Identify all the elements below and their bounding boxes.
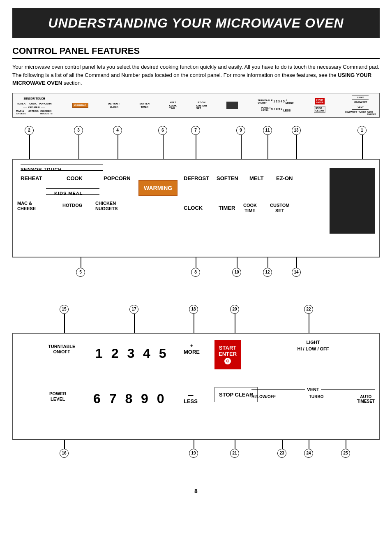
- mini-sensor-touch-group: SENSOR TOUCH REHEAT COOK POPCORN KIDS ME…: [16, 96, 53, 115]
- page-number: 8: [0, 488, 392, 494]
- mini-start-stop-group: STARTENTER STOPCLEAR: [314, 98, 326, 113]
- ez-on-label: EZ-ON: [276, 175, 293, 181]
- line-4: [118, 135, 118, 160]
- section-title: CONTROL PANEL FEATURES: [12, 46, 380, 59]
- callout-3: 3: [74, 126, 83, 135]
- custom-set-label: CUSTOMSET: [270, 203, 289, 213]
- melt-label: MELT: [249, 175, 263, 181]
- mini-warming-group: WARMING: [72, 103, 89, 108]
- callout-25: 25: [341, 449, 350, 458]
- callout-1: 1: [357, 126, 367, 135]
- cook-time-label: COOKTIME: [243, 203, 257, 213]
- start-enter-button[interactable]: STARTENTER⊙: [214, 340, 241, 369]
- mini-soften-group: SOFTEN TIMER: [140, 102, 150, 108]
- page-title: UNDERSTANDING YOUR MICROWAVE OVEN: [25, 16, 367, 31]
- line-20: [235, 314, 235, 334]
- intro-text-part1: Your microwave oven control panel lets y…: [12, 64, 379, 78]
- callout-21: 21: [230, 449, 239, 458]
- mini-melt-group: MELT COOKTIME: [169, 101, 177, 109]
- more-label: +MORE: [184, 343, 200, 355]
- upper-panel-box: SENSOR TOUCH REHEAT COOK POPCORN KIDS ME…: [12, 159, 380, 257]
- intro-text: Your microwave oven control panel lets y…: [12, 63, 380, 87]
- chicken-nuggets-label: CHICKENNUGGETS: [95, 201, 118, 211]
- line-5: [81, 257, 81, 268]
- line-9: [241, 135, 242, 160]
- callout-22: 22: [304, 305, 313, 314]
- callout-9: 9: [236, 126, 245, 135]
- callout-8: 8: [191, 268, 200, 277]
- callout-14: 14: [292, 268, 301, 277]
- mini-ezon-group: EZ-ON CUSTOMSET: [196, 101, 207, 109]
- line-13: [296, 135, 297, 160]
- callout-11: 11: [263, 126, 272, 135]
- line-17: [134, 314, 135, 334]
- line-3: [78, 135, 79, 160]
- callout-6: 6: [158, 126, 167, 135]
- kids-meal-line-bot: [46, 194, 99, 195]
- callout-12: 12: [263, 268, 272, 277]
- power-level-label: POWERLEVEL: [49, 391, 67, 402]
- callout-4: 4: [113, 126, 122, 135]
- line-7: [196, 135, 196, 160]
- lower-panel-box: TURNTABLEON/OFF POWERLEVEL 1 2 3 4 5 6 7…: [12, 333, 380, 440]
- defrost-label: DEFROST: [184, 175, 209, 181]
- line-18: [194, 314, 194, 334]
- timer-label: TIMER: [219, 205, 235, 211]
- line-6: [163, 135, 164, 160]
- line-24: [309, 440, 309, 449]
- line-16: [64, 440, 65, 449]
- mini-black-area: [226, 102, 238, 109]
- mini-right-group: LIGHT HI/LOW/OFF VENT HI/LOW/OFF TURBO A…: [345, 95, 376, 116]
- callout-17: 17: [129, 305, 138, 314]
- kids-meal-line-top: [46, 188, 99, 189]
- header-banner: UNDERSTANDING YOUR MICROWAVE OVEN: [12, 8, 380, 38]
- kids-meal-label: KIDS MEAL: [54, 191, 83, 196]
- line-23: [282, 440, 283, 449]
- line-2: [29, 135, 30, 160]
- callout-24: 24: [304, 449, 313, 458]
- warming-button[interactable]: WARMING: [138, 180, 178, 196]
- upper-diagram: 2 3 4 6 7 9 11 13 1 SENSOR TOUCH REHEAT …: [12, 122, 380, 295]
- callout-10: 10: [232, 268, 241, 277]
- mini-defrost-group: DEFROST CLOCK: [108, 102, 120, 108]
- light-section: LIGHT HI / LOW / OFF: [251, 340, 375, 351]
- line-21: [235, 440, 235, 449]
- black-display-area: [330, 168, 375, 234]
- intro-text-part2: section.: [62, 80, 82, 86]
- lower-diagram: 15 17 18 20 22 TURNTABLEON/OFF POWERLEVE…: [12, 303, 380, 480]
- callout-15: 15: [60, 305, 69, 314]
- line-15: [64, 314, 65, 334]
- callout-19: 19: [189, 449, 198, 458]
- callout-18: 18: [189, 305, 198, 314]
- popcorn-label: POPCORN: [104, 175, 131, 181]
- line-8: [196, 257, 196, 268]
- cook-label: COOK: [67, 175, 83, 181]
- callout-2: 2: [25, 126, 34, 135]
- soften-label: SOFTEN: [217, 175, 238, 181]
- line-11: [267, 135, 268, 160]
- sensor-touch-label: SENSOR TOUCH: [21, 167, 62, 172]
- callout-13: 13: [292, 126, 301, 135]
- vent-section: VENT HI/LOW/OFF TURBO AUTOTIMESET: [251, 387, 375, 404]
- less-label: —LESS: [184, 392, 198, 404]
- mac-cheese-label: MAC &CHEESE: [17, 201, 36, 211]
- callout-23: 23: [277, 449, 286, 458]
- callout-5: 5: [76, 268, 85, 277]
- line-22: [309, 314, 309, 334]
- sensor-touch-line-bot: [21, 170, 103, 171]
- turntable-on-off-label: TURNTABLEON/OFF: [48, 344, 75, 355]
- line-1: [362, 135, 363, 160]
- callout-7: 7: [191, 126, 200, 135]
- line-12: [267, 257, 268, 268]
- diagram-area: 2 3 4 6 7 9 11 13 1 SENSOR TOUCH REHEAT …: [12, 122, 380, 480]
- clock-label: CLOCK: [184, 205, 203, 211]
- hotdog-label: HOTDOG: [62, 203, 82, 208]
- line-19: [194, 440, 194, 449]
- callout-20: 20: [230, 305, 239, 314]
- reheat-label: REHEAT: [21, 175, 42, 181]
- sensor-touch-line-top: [21, 165, 103, 165]
- callout-16: 16: [60, 449, 69, 458]
- numbers-row2: 6 7 8 9 0: [93, 391, 167, 406]
- line-10: [237, 257, 238, 268]
- line-14: [296, 257, 297, 268]
